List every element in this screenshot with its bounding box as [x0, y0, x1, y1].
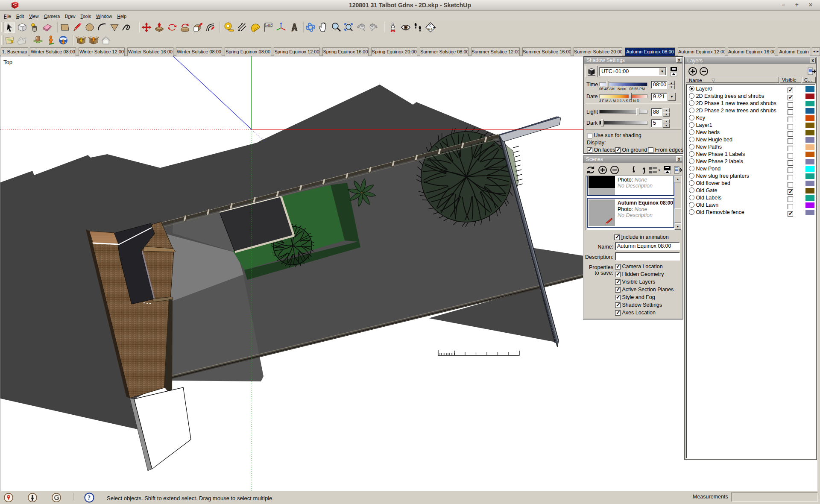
svg-text:?: ?: [88, 495, 91, 501]
svg-text:A-5: A-5: [428, 27, 433, 30]
svg-text:ABC: ABC: [266, 24, 272, 27]
svg-text:C: C: [429, 24, 431, 27]
